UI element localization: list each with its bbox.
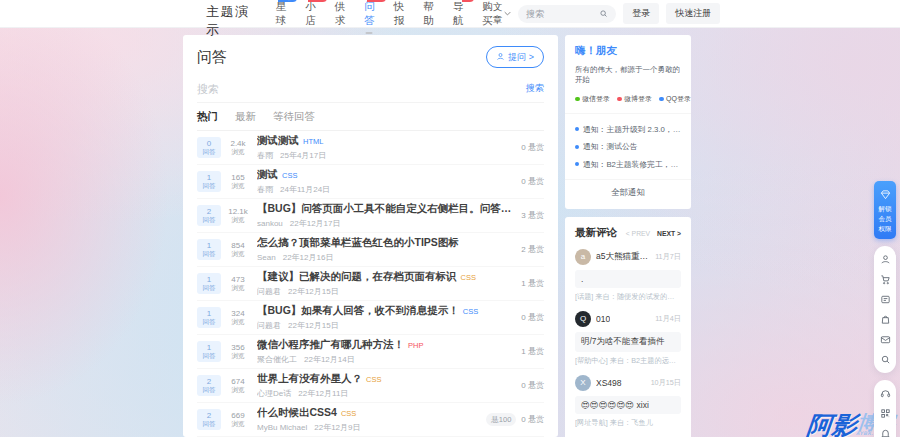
question-tag[interactable]: CSS — [282, 171, 297, 180]
comment-item[interactable]: aa5大熊猫重ccc…11月7日.[话题] 来自：随便发的试发的试发 — [575, 249, 681, 302]
search-icon[interactable] — [880, 354, 891, 365]
orders-icon[interactable] — [880, 294, 891, 305]
navbar-right: 文章 登录 快速注册 — [493, 1, 721, 27]
question-tag[interactable]: CSS — [461, 273, 476, 282]
search-icon[interactable] — [599, 9, 608, 18]
comment-text[interactable]: . — [575, 270, 681, 288]
nav-item-6[interactable]: 帮助 — [423, 0, 434, 28]
bounty-count: 0 悬赏 — [521, 380, 544, 391]
comment-text[interactable]: 明/7为啥不能查看插件 — [575, 332, 681, 352]
next-page-button[interactable]: NEXT > — [657, 230, 681, 237]
nav-item-4[interactable]: 问答最新 — [364, 0, 375, 28]
nav-item-5[interactable]: 快报 — [394, 0, 405, 28]
site-logo[interactable]: B2Pro主题演示 — [206, 0, 250, 39]
nav-item-2[interactable]: 小店拼团 — [305, 0, 316, 28]
question-row[interactable]: 1回答356浏览微信小程序推广有哪几种方法！PHP聚合催化工22年12月14日1… — [197, 335, 544, 369]
question-title-text: 测试测试 — [257, 134, 299, 146]
nav-item-8[interactable]: 购买 — [482, 0, 493, 28]
nav-item-1[interactable]: 星球交流 — [276, 0, 287, 28]
bell-icon[interactable] — [880, 428, 891, 437]
customer-service-icon[interactable] — [880, 388, 891, 399]
tab-2[interactable]: 最新 — [235, 110, 256, 124]
question-tag[interactable]: CSS — [366, 375, 381, 384]
message-icon[interactable] — [880, 334, 891, 345]
question-tag[interactable]: CSS — [341, 409, 356, 418]
question-author[interactable]: 春雨 — [257, 151, 273, 160]
question-right: 0 悬赏 — [521, 176, 544, 187]
question-counts: 1回答473浏览 — [197, 273, 250, 294]
login-button[interactable]: 登录 — [623, 3, 659, 24]
qa-tabs: 热门最新等待回答 — [197, 103, 544, 131]
qrcode-icon[interactable] — [880, 408, 891, 419]
social-login-3[interactable]: QQ登录 — [659, 94, 691, 104]
notice-dot-icon — [575, 162, 579, 166]
comment-author[interactable]: 010 — [596, 314, 610, 324]
question-row[interactable]: 1回答473浏览【建议】已解决的问题，在存档页面有标识CSS问题君22年12月1… — [197, 267, 544, 301]
question-tag[interactable]: HTML — [303, 137, 323, 146]
qa-search-button[interactable]: 搜索 — [526, 82, 544, 95]
comment-author[interactable]: XS498 — [596, 378, 622, 388]
shop-bag-icon[interactable] — [880, 314, 891, 325]
notice-item-3[interactable]: 通知：B2主题装修完工，欢迎参观 — [575, 159, 681, 170]
question-title: 什么时候出CSS4CSS — [257, 406, 480, 420]
login-dot-icon — [617, 97, 622, 102]
comment-text[interactable]: 😍😍😍😍😍😍 xixi — [575, 396, 681, 414]
unlock-vip-button[interactable]: 解锁会员权限 — [874, 181, 896, 239]
question-counts: 1回答854浏览 — [197, 239, 250, 260]
user-icon[interactable] — [880, 254, 891, 265]
comment-author[interactable]: a5大熊猫重ccc… — [596, 251, 650, 263]
question-author[interactable]: 问题君 — [257, 287, 281, 296]
question-author[interactable]: 问题君 — [257, 321, 281, 330]
social-login-2[interactable]: 微博登录 — [617, 94, 652, 104]
question-tag[interactable]: CSS — [463, 307, 478, 316]
comment-item[interactable]: Q01011月4日明/7为啥不能查看插件[帮助中心] 来自：B2主题的远程仓库组… — [575, 311, 681, 366]
category-dropdown[interactable]: 文章 — [493, 1, 512, 27]
nav-item-label: 供求 — [335, 0, 346, 26]
qa-search-input[interactable] — [197, 83, 526, 95]
all-notices-button[interactable]: 全部通知 — [565, 179, 691, 200]
question-row[interactable]: 2回答674浏览世界上有没有外星人？CSS心理De话22年12月11日0 悬赏 — [197, 369, 544, 403]
navbar-search[interactable] — [518, 5, 616, 23]
notice-item-1[interactable]: 通知：主题升级到 2.3.0，并且已经改… — [575, 124, 681, 135]
view-count: 2.4k浏览 — [226, 137, 250, 158]
question-author[interactable]: MyBu Michael — [257, 423, 307, 432]
question-author[interactable]: Sean — [257, 253, 276, 262]
question-right: 1 悬赏 — [521, 346, 544, 357]
question-row[interactable]: 1回答165浏览测试CSS春雨24年11月24日0 悬赏 — [197, 165, 544, 199]
question-row[interactable]: 2回答669浏览什么时候出CSS4CSSMyBu Michael22年12月9日… — [197, 403, 544, 437]
question-main: 【建议】已解决的问题，在存档页面有标识CSS问题君22年12月15日 — [257, 270, 515, 297]
ask-question-button[interactable]: 提问 > — [486, 46, 544, 68]
tab-3[interactable]: 等待回答 — [273, 110, 315, 124]
register-button[interactable]: 快速注册 — [666, 3, 720, 24]
question-author[interactable]: sankou — [257, 219, 283, 228]
question-author[interactable]: 心理De话 — [257, 389, 291, 398]
login-dot-icon — [659, 97, 664, 102]
avatar: Q — [575, 311, 591, 327]
question-title-text: 【BUG】问答页面小工具不能自定义右侧栏目。问答板块前台不现实。回答不提示。所… — [257, 202, 515, 214]
navbar-search-input[interactable] — [526, 9, 599, 19]
social-login-label: 微信登录 — [582, 94, 610, 104]
question-row[interactable]: 1回答854浏览怎么搞？顶部菜单栏蓝色红色的小TIPS图标Sean22年12月1… — [197, 233, 544, 267]
unlock-vip-label: 解锁会员权限 — [876, 204, 894, 233]
greeting-slogan: 所有的伟大，都源于一个勇敢的开始 — [575, 65, 681, 85]
question-row[interactable]: 2回答12.1k浏览【BUG】问答页面小工具不能自定义右侧栏目。问答板块前台不现… — [197, 199, 544, 233]
question-row[interactable]: 1回答324浏览【BUG】如果有人回答，收不到消息提示！CSS问题君22年12月… — [197, 301, 544, 335]
question-meta: 问题君22年12月15日 — [257, 286, 515, 297]
question-row[interactable]: 0回答2.4k浏览测试测试HTML春雨25年4月17日0 悬赏 — [197, 131, 544, 165]
avatar: a — [575, 249, 591, 265]
avatar: X — [575, 375, 591, 391]
tab-1[interactable]: 热门 — [197, 110, 218, 124]
prev-page-button[interactable]: < PREV — [626, 230, 650, 237]
answer-count: 0回答 — [197, 137, 221, 158]
question-right: 悬1000 悬赏 — [486, 413, 544, 426]
question-tag[interactable]: PHP — [408, 341, 423, 350]
question-author[interactable]: 聚合催化工 — [257, 355, 297, 364]
nav-item-3[interactable]: 供求 — [335, 0, 346, 28]
top-navbar: B2Pro主题演示 星球交流小店拼团供求问答最新快报帮助导航新购买 文章 登录 … — [0, 0, 900, 28]
question-author[interactable]: 春雨 — [257, 185, 273, 194]
notice-item-2[interactable]: 通知：测试公告 — [575, 141, 681, 152]
social-login-1[interactable]: 微信登录 — [575, 94, 610, 104]
cart-icon[interactable] — [880, 274, 891, 285]
comment-item[interactable]: XXS49810月15日😍😍😍😍😍😍 xixi[网址导航] 来自：飞鱼儿 — [575, 375, 681, 428]
nav-item-7[interactable]: 导航新 — [453, 0, 464, 28]
